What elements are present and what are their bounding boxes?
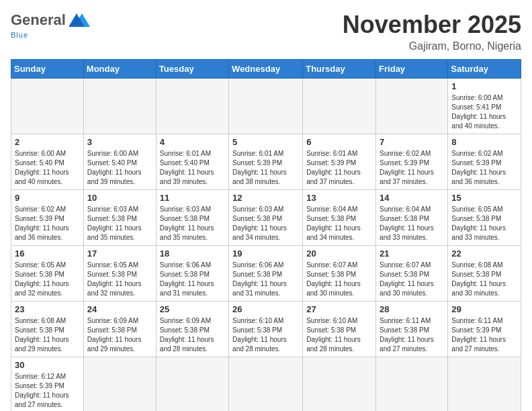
day-info: Sunrise: 6:03 AM Sunset: 5:38 PM Dayligh… xyxy=(160,205,225,242)
day-number: 22 xyxy=(451,248,517,259)
table-row: 16 Sunrise: 6:05 AM Sunset: 5:38 PM Dayl… xyxy=(11,246,521,302)
day-2: 2 Sunrise: 6:00 AM Sunset: 5:40 PM Dayli… xyxy=(11,134,84,190)
day-18: 18 Sunrise: 6:06 AM Sunset: 5:38 PM Dayl… xyxy=(156,246,228,302)
day-6: 6 Sunrise: 6:01 AM Sunset: 5:39 PM Dayli… xyxy=(303,134,376,190)
day-9: 9 Sunrise: 6:02 AM Sunset: 5:39 PM Dayli… xyxy=(11,190,84,246)
empty-cell xyxy=(83,79,156,134)
day-number: 30 xyxy=(15,360,80,370)
table-row: 30 Sunrise: 6:12 AM Sunset: 5:39 PM Dayl… xyxy=(11,357,521,412)
logo-underline: Blue xyxy=(11,31,28,39)
day-number: 10 xyxy=(87,193,152,203)
day-12: 12 Sunrise: 6:03 AM Sunset: 5:38 PM Dayl… xyxy=(229,190,303,246)
empty-cell xyxy=(156,357,228,412)
day-number: 23 xyxy=(15,304,80,314)
day-info: Sunrise: 6:09 AM Sunset: 5:38 PM Dayligh… xyxy=(160,316,225,354)
day-13: 13 Sunrise: 6:04 AM Sunset: 5:38 PM Dayl… xyxy=(303,190,376,246)
day-30: 30 Sunrise: 6:12 AM Sunset: 5:39 PM Dayl… xyxy=(11,357,84,412)
logo-icon xyxy=(69,11,90,30)
day-info: Sunrise: 6:06 AM Sunset: 5:38 PM Dayligh… xyxy=(160,261,225,298)
logo-general-text: General xyxy=(11,11,66,29)
day-number: 21 xyxy=(380,248,444,259)
day-number: 26 xyxy=(232,304,299,314)
day-10: 10 Sunrise: 6:03 AM Sunset: 5:38 PM Dayl… xyxy=(83,190,156,246)
day-number: 11 xyxy=(160,193,225,203)
day-info: Sunrise: 6:11 AM Sunset: 5:38 PM Dayligh… xyxy=(380,316,444,354)
day-number: 1 xyxy=(451,81,517,91)
day-7: 7 Sunrise: 6:02 AM Sunset: 5:39 PM Dayli… xyxy=(376,134,448,190)
day-info: Sunrise: 6:04 AM Sunset: 5:38 PM Dayligh… xyxy=(306,205,372,242)
header-tuesday: Tuesday xyxy=(156,60,228,79)
empty-cell xyxy=(11,79,84,134)
empty-cell xyxy=(303,79,376,134)
day-info: Sunrise: 6:01 AM Sunset: 5:40 PM Dayligh… xyxy=(160,149,225,187)
header-thursday: Thursday xyxy=(303,60,376,79)
day-info: Sunrise: 6:04 AM Sunset: 5:38 PM Dayligh… xyxy=(380,205,444,242)
day-info: Sunrise: 6:07 AM Sunset: 5:38 PM Dayligh… xyxy=(306,261,372,298)
day-info: Sunrise: 6:00 AM Sunset: 5:40 PM Dayligh… xyxy=(15,149,80,187)
day-number: 13 xyxy=(306,193,372,203)
table-row: 1 Sunrise: 6:00 AM Sunset: 5:41 PM Dayli… xyxy=(11,79,521,134)
day-info: Sunrise: 6:05 AM Sunset: 5:38 PM Dayligh… xyxy=(87,261,152,298)
day-number: 6 xyxy=(306,137,372,147)
month-title: November 2025 xyxy=(343,11,521,39)
day-28: 28 Sunrise: 6:11 AM Sunset: 5:38 PM Dayl… xyxy=(376,302,448,357)
day-info: Sunrise: 6:00 AM Sunset: 5:41 PM Dayligh… xyxy=(451,93,517,131)
day-info: Sunrise: 6:10 AM Sunset: 5:38 PM Dayligh… xyxy=(232,316,299,354)
day-info: Sunrise: 6:08 AM Sunset: 5:38 PM Dayligh… xyxy=(15,316,80,354)
day-info: Sunrise: 6:01 AM Sunset: 5:39 PM Dayligh… xyxy=(232,149,299,187)
day-8: 8 Sunrise: 6:02 AM Sunset: 5:39 PM Dayli… xyxy=(448,134,521,190)
header-sunday: Sunday xyxy=(11,60,84,79)
day-24: 24 Sunrise: 6:09 AM Sunset: 5:38 PM Dayl… xyxy=(83,302,156,357)
day-19: 19 Sunrise: 6:06 AM Sunset: 5:38 PM Dayl… xyxy=(229,246,303,302)
empty-cell xyxy=(448,357,521,412)
header: General Blue November 2025 Gajiram, Born… xyxy=(11,11,521,52)
table-row: 2 Sunrise: 6:00 AM Sunset: 5:40 PM Dayli… xyxy=(11,134,521,190)
day-info: Sunrise: 6:01 AM Sunset: 5:39 PM Dayligh… xyxy=(306,149,372,187)
day-info: Sunrise: 6:10 AM Sunset: 5:38 PM Dayligh… xyxy=(306,316,372,354)
day-20: 20 Sunrise: 6:07 AM Sunset: 5:38 PM Dayl… xyxy=(303,246,376,302)
day-info: Sunrise: 6:11 AM Sunset: 5:39 PM Dayligh… xyxy=(451,316,517,354)
day-number: 27 xyxy=(306,304,372,314)
day-number: 20 xyxy=(306,248,372,259)
day-number: 4 xyxy=(160,137,225,147)
weekday-header-row: Sunday Monday Tuesday Wednesday Thursday… xyxy=(11,60,521,79)
day-26: 26 Sunrise: 6:10 AM Sunset: 5:38 PM Dayl… xyxy=(229,302,303,357)
day-16: 16 Sunrise: 6:05 AM Sunset: 5:38 PM Dayl… xyxy=(11,246,84,302)
calendar-container: General Blue November 2025 Gajiram, Born… xyxy=(0,0,532,411)
day-info: Sunrise: 6:07 AM Sunset: 5:38 PM Dayligh… xyxy=(380,261,444,298)
day-info: Sunrise: 6:08 AM Sunset: 5:38 PM Dayligh… xyxy=(451,261,517,298)
header-wednesday: Wednesday xyxy=(229,60,303,79)
day-3: 3 Sunrise: 6:00 AM Sunset: 5:40 PM Dayli… xyxy=(83,134,156,190)
empty-cell xyxy=(229,357,303,412)
day-25: 25 Sunrise: 6:09 AM Sunset: 5:38 PM Dayl… xyxy=(156,302,228,357)
empty-cell xyxy=(376,357,448,412)
header-friday: Friday xyxy=(376,60,448,79)
day-info: Sunrise: 6:05 AM Sunset: 5:38 PM Dayligh… xyxy=(15,261,80,298)
day-number: 29 xyxy=(451,304,517,314)
day-number: 24 xyxy=(87,304,152,314)
day-1: 1 Sunrise: 6:00 AM Sunset: 5:41 PM Dayli… xyxy=(448,79,521,134)
empty-cell xyxy=(156,79,228,134)
day-info: Sunrise: 6:02 AM Sunset: 5:39 PM Dayligh… xyxy=(380,149,444,187)
calendar-grid: Sunday Monday Tuesday Wednesday Thursday… xyxy=(11,59,521,411)
day-5: 5 Sunrise: 6:01 AM Sunset: 5:39 PM Dayli… xyxy=(229,134,303,190)
logo: General Blue xyxy=(11,11,90,39)
day-11: 11 Sunrise: 6:03 AM Sunset: 5:38 PM Dayl… xyxy=(156,190,228,246)
day-number: 25 xyxy=(160,304,225,314)
day-27: 27 Sunrise: 6:10 AM Sunset: 5:38 PM Dayl… xyxy=(303,302,376,357)
day-number: 19 xyxy=(232,248,299,259)
empty-cell xyxy=(376,79,448,134)
day-22: 22 Sunrise: 6:08 AM Sunset: 5:38 PM Dayl… xyxy=(448,246,521,302)
day-info: Sunrise: 6:05 AM Sunset: 5:38 PM Dayligh… xyxy=(451,205,517,242)
day-number: 17 xyxy=(87,248,152,259)
day-number: 18 xyxy=(160,248,225,259)
empty-cell xyxy=(303,357,376,412)
day-number: 28 xyxy=(380,304,444,314)
day-21: 21 Sunrise: 6:07 AM Sunset: 5:38 PM Dayl… xyxy=(376,246,448,302)
day-info: Sunrise: 6:12 AM Sunset: 5:39 PM Dayligh… xyxy=(15,372,80,410)
day-number: 7 xyxy=(380,137,444,147)
day-info: Sunrise: 6:03 AM Sunset: 5:38 PM Dayligh… xyxy=(232,205,299,242)
header-monday: Monday xyxy=(83,60,156,79)
day-number: 3 xyxy=(87,137,152,147)
title-section: November 2025 Gajiram, Borno, Nigeria xyxy=(343,11,521,52)
